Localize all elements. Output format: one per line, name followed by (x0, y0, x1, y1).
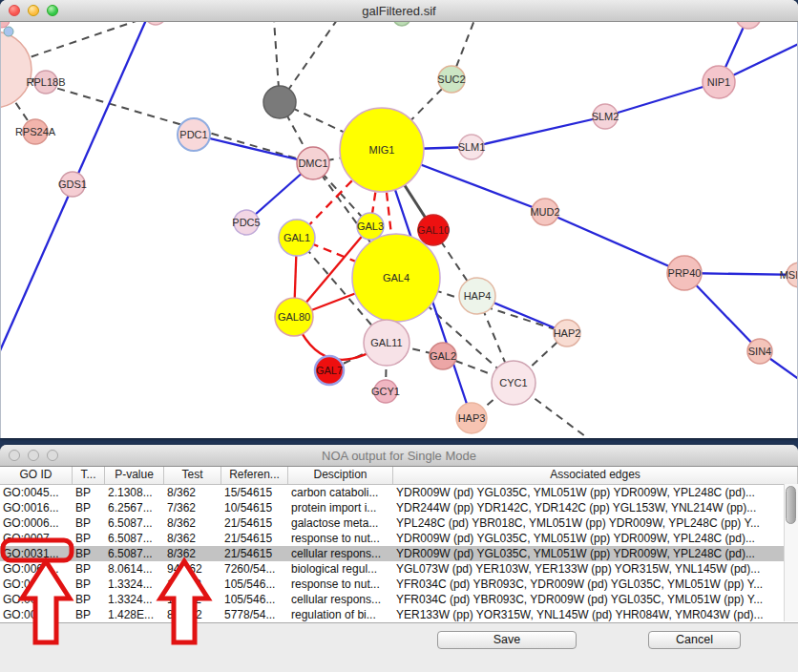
graph-window-titlebar[interactable]: galFiltered.sif (0, 0, 798, 22)
table-cell: BP (73, 577, 105, 592)
node-unlabeled-blueCorner[interactable] (4, 27, 13, 36)
noa-output-window: NOA output for Single Mode GO IDT...P-va… (0, 445, 798, 672)
table-cell: BP (73, 546, 105, 561)
table-cell: 21/54615 (221, 531, 288, 546)
table-row[interactable]: GO:0031...BP1.3324...11/362105/546...cel… (0, 592, 798, 607)
table-cell: cellular respons... (288, 592, 393, 607)
node-label: GAL1 (284, 232, 310, 243)
edge-MUD2-PRP40[interactable] (545, 212, 684, 273)
table-cell: BP (73, 592, 105, 607)
table-cell: 8/362 (164, 515, 221, 531)
node-label: HAP2 (554, 327, 581, 339)
table-cell: 11/362 (164, 577, 221, 592)
table-row[interactable]: GO:0016...BP6.2567...7/36210/54615protei… (0, 500, 798, 515)
table-row[interactable]: GO:0006...BP6.5087...8/36221/54615galact… (0, 515, 798, 531)
column-header-p-value[interactable]: P-value (105, 467, 164, 484)
table-cell: GO:0050... (0, 607, 73, 622)
vertical-scrollbar[interactable] (784, 484, 798, 621)
scrollbar-thumb[interactable] (786, 486, 796, 524)
node-label: SLM1 (458, 141, 486, 153)
table-cell: cellular respons... (288, 546, 393, 561)
edge-PDC1-DMC1[interactable] (194, 135, 313, 163)
table-cell: 6.5087... (105, 531, 164, 546)
table-cell: 8.0614... (105, 561, 164, 577)
edge-SLM1-SLM2[interactable] (472, 116, 605, 147)
table-cell: 105/546... (221, 577, 288, 592)
column-header-associated-edges[interactable]: Associated edges (393, 467, 798, 484)
node-label: HAP3 (458, 412, 486, 424)
node-label: PRP40 (668, 267, 702, 279)
column-header-referen[interactable]: Referen... (221, 467, 288, 484)
table-cell: BP (73, 607, 105, 622)
table-cell: YDR244W (pp) YDR142C, YDR142C (pp) YGL15… (393, 500, 783, 515)
window-controls-inactive (9, 450, 58, 461)
node-label: GAL7 (316, 365, 343, 376)
table-cell: biological regul... (288, 561, 393, 577)
table-cell: regulation of bi... (288, 607, 393, 622)
table-cell: 15/54615 (221, 485, 288, 500)
table-cell: 1.428E... (105, 607, 164, 622)
noa-window-titlebar[interactable]: NOA output for Single Mode (0, 445, 798, 467)
close-button[interactable] (9, 5, 20, 16)
node-label: MIG1 (369, 144, 395, 156)
table-cell: carbon cataboli... (288, 485, 393, 500)
table-cell: 2.1308... (105, 485, 164, 500)
table-cell: response to nut... (288, 577, 393, 592)
column-header-desciption[interactable]: Desciption (288, 467, 393, 484)
node-unlabeled-cutTR[interactable] (736, 22, 761, 29)
table-cell: galactose meta... (288, 515, 393, 531)
table-cell: 80/362 (164, 607, 221, 622)
table-row[interactable]: GO:0045...BP2.1308...8/36215/54615carbon… (0, 485, 798, 500)
minimize-button[interactable] (28, 450, 39, 461)
network-canvas[interactable]: RPL18BRPS24AGDS1PDC1DMC1MIG1SUC2SLM1SLM2… (0, 22, 798, 438)
table-row[interactable]: GO:0031...BP6.5087...8/36221/54615cellul… (0, 546, 798, 561)
table-cell: GO:0031... (0, 546, 73, 561)
table-body: GO:0045...BP2.1308...8/36215/54615carbon… (0, 485, 798, 622)
minimize-button[interactable] (28, 5, 39, 16)
node-label: SUC2 (437, 74, 465, 85)
desktop: { "graph_window": { "title": "galFiltere… (0, 0, 798, 672)
network-graph: RPL18BRPS24AGDS1PDC1DMC1MIG1SUC2SLM1SLM2… (1, 22, 798, 438)
table-cell: GO:0045... (0, 485, 73, 500)
table-cell: GO:0031... (0, 577, 73, 592)
node-label: HAP4 (464, 290, 492, 302)
node-label: DMC1 (298, 158, 327, 169)
node-unlabeled-bigpink[interactable] (1, 32, 32, 108)
column-header-t[interactable]: T... (73, 467, 105, 484)
zoom-button[interactable] (47, 5, 58, 16)
table-row[interactable]: GO:0031...BP1.3324...11/362105/546...res… (0, 577, 798, 592)
node-label: GAL2 (430, 350, 456, 362)
table-cell: BP (73, 561, 105, 577)
cancel-button[interactable]: Cancel (648, 631, 741, 649)
table-cell: 8/362 (164, 546, 221, 561)
table-cell: 7/362 (164, 500, 221, 515)
table-cell: GO:0007... (0, 531, 73, 546)
noa-window-title: NOA output for Single Mode (322, 449, 476, 463)
table-cell: 94/362 (164, 561, 221, 577)
node-unlabeled-grayNode[interactable] (263, 86, 296, 118)
table-cell: YER133W (pp) YOR315W, YNL145W (pd) YHR08… (393, 607, 783, 622)
node-label: PDC1 (179, 129, 207, 140)
table-row[interactable]: GO:0050...BP1.428E...80/3625778/54...reg… (0, 607, 798, 622)
table-cell: 6.2567... (105, 500, 164, 515)
table-cell: YFR034C (pd) YBR093C, YDR009W (pd) YGL03… (393, 592, 783, 607)
node-unlabeled-cutTL[interactable] (145, 22, 166, 25)
column-header-go-id[interactable]: GO ID (0, 467, 73, 484)
edge-SLM2-NIP1[interactable] (605, 82, 719, 116)
table-row[interactable]: GO:0007...BP6.5087...8/36221/54615respon… (0, 531, 798, 546)
zoom-button[interactable] (47, 450, 58, 461)
table-cell: YDR009W (pd) YGL035C, YML051W (pp) YDR00… (393, 546, 783, 561)
window-controls (9, 5, 58, 16)
close-button[interactable] (9, 450, 20, 461)
table-header-row: GO IDT...P-valueTestReferen...Desciption… (0, 467, 798, 485)
column-header-test[interactable]: Test (164, 467, 221, 484)
table-row[interactable]: GO:0065...BP8.0614...94/3627260/54...bio… (0, 561, 798, 577)
table-cell: response to nut... (288, 531, 393, 546)
table-cell: BP (73, 500, 105, 515)
table-cell: 21/54615 (221, 546, 288, 561)
table-cell: 10/54615 (221, 500, 288, 515)
node-label: PDC5 (232, 217, 260, 228)
node-unlabeled-cutGreen[interactable] (393, 22, 410, 26)
save-button[interactable]: Save (437, 631, 577, 649)
table-cell: 1.3324... (105, 577, 164, 592)
